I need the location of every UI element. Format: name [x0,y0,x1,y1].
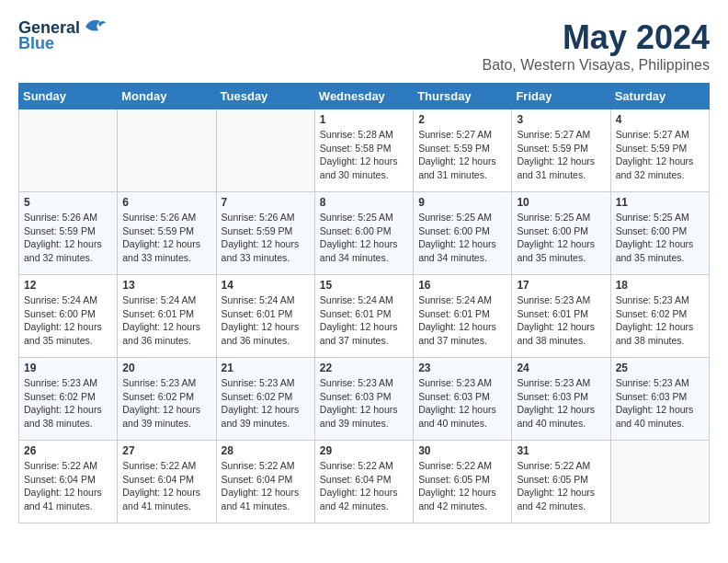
day-info: Sunrise: 5:26 AM Sunset: 5:59 PM Dayligh… [122,211,210,265]
calendar-cell: 11Sunrise: 5:25 AM Sunset: 6:00 PM Dayli… [610,192,709,275]
column-header-thursday: Thursday [414,84,512,109]
calendar-table: SundayMondayTuesdayWednesdayThursdayFrid… [18,83,710,523]
day-number: 14 [222,279,310,292]
calendar-cell: 8Sunrise: 5:25 AM Sunset: 6:00 PM Daylig… [314,192,413,275]
day-info: Sunrise: 5:24 AM Sunset: 6:01 PM Dayligh… [122,293,210,348]
day-number: 8 [320,196,408,209]
calendar-header-row: SundayMondayTuesdayWednesdayThursdayFrid… [19,84,710,109]
day-info: Sunrise: 5:24 AM Sunset: 6:01 PM Dayligh… [418,293,506,348]
calendar-cell: 15Sunrise: 5:24 AM Sunset: 6:01 PM Dayli… [314,275,413,358]
day-number: 6 [122,196,210,209]
day-info: Sunrise: 5:25 AM Sunset: 6:00 PM Dayligh… [418,211,506,265]
day-number: 31 [517,444,605,457]
calendar-cell: 25Sunrise: 5:23 AM Sunset: 6:03 PM Dayli… [610,358,709,441]
calendar-cell: 1Sunrise: 5:28 AM Sunset: 5:58 PM Daylig… [314,109,413,192]
calendar-cell: 9Sunrise: 5:25 AM Sunset: 6:00 PM Daylig… [414,192,512,275]
day-number: 25 [616,362,704,374]
day-number: 9 [418,196,506,209]
day-number: 29 [320,444,408,457]
column-header-sunday: Sunday [19,84,118,109]
calendar-cell: 10Sunrise: 5:25 AM Sunset: 6:00 PM Dayli… [512,192,610,275]
calendar-cell: 5Sunrise: 5:26 AM Sunset: 5:59 PM Daylig… [19,192,118,275]
day-number: 27 [122,444,210,457]
calendar-cell: 7Sunrise: 5:26 AM Sunset: 5:59 PM Daylig… [216,192,314,275]
day-number: 17 [517,279,605,292]
calendar-cell: 21Sunrise: 5:23 AM Sunset: 6:02 PM Dayli… [216,358,314,441]
calendar-cell: 12Sunrise: 5:24 AM Sunset: 6:00 PM Dayli… [19,275,118,358]
day-info: Sunrise: 5:23 AM Sunset: 6:03 PM Dayligh… [616,376,704,431]
title-area: May 2024 Bato, Western Visayas, Philippi… [482,18,710,74]
calendar-cell: 16Sunrise: 5:24 AM Sunset: 6:01 PM Dayli… [414,275,512,358]
calendar-cell: 27Sunrise: 5:22 AM Sunset: 6:04 PM Dayli… [118,441,216,523]
day-number: 24 [517,362,605,374]
calendar-cell: 14Sunrise: 5:24 AM Sunset: 6:01 PM Dayli… [216,275,314,358]
day-info: Sunrise: 5:23 AM Sunset: 6:03 PM Dayligh… [418,376,506,431]
day-info: Sunrise: 5:23 AM Sunset: 6:03 PM Dayligh… [320,376,408,431]
day-info: Sunrise: 5:25 AM Sunset: 6:00 PM Dayligh… [616,211,704,265]
day-info: Sunrise: 5:28 AM Sunset: 5:58 PM Dayligh… [320,128,408,182]
day-info: Sunrise: 5:23 AM Sunset: 6:02 PM Dayligh… [24,376,112,431]
day-info: Sunrise: 5:24 AM Sunset: 6:00 PM Dayligh… [24,293,112,348]
day-info: Sunrise: 5:26 AM Sunset: 5:59 PM Dayligh… [24,211,112,265]
day-info: Sunrise: 5:24 AM Sunset: 6:01 PM Dayligh… [320,293,408,348]
calendar-cell: 29Sunrise: 5:22 AM Sunset: 6:04 PM Dayli… [314,441,413,523]
day-number: 19 [24,362,112,374]
calendar-cell: 28Sunrise: 5:22 AM Sunset: 6:04 PM Dayli… [216,441,314,523]
day-number: 13 [122,279,210,292]
day-number: 2 [418,113,506,126]
day-info: Sunrise: 5:25 AM Sunset: 6:00 PM Dayligh… [517,211,605,265]
location-title: Bato, Western Visayas, Philippines [482,57,710,74]
day-info: Sunrise: 5:23 AM Sunset: 6:03 PM Dayligh… [517,376,605,431]
day-info: Sunrise: 5:23 AM Sunset: 6:02 PM Dayligh… [122,376,210,431]
calendar-cell: 23Sunrise: 5:23 AM Sunset: 6:03 PM Dayli… [414,358,512,441]
month-title: May 2024 [482,18,710,57]
day-info: Sunrise: 5:27 AM Sunset: 5:59 PM Dayligh… [517,128,605,182]
day-info: Sunrise: 5:22 AM Sunset: 6:04 PM Dayligh… [122,459,210,513]
calendar-week-row: 1Sunrise: 5:28 AM Sunset: 5:58 PM Daylig… [19,109,710,192]
logo-blue-text: Blue [18,34,54,53]
day-info: Sunrise: 5:22 AM Sunset: 6:04 PM Dayligh… [320,459,408,513]
calendar-cell: 20Sunrise: 5:23 AM Sunset: 6:02 PM Dayli… [118,358,216,441]
day-number: 1 [320,113,408,126]
day-number: 16 [418,279,506,292]
column-header-monday: Monday [118,84,216,109]
calendar-cell: 13Sunrise: 5:24 AM Sunset: 6:01 PM Dayli… [118,275,216,358]
calendar-cell [610,441,709,523]
column-header-friday: Friday [512,84,610,109]
day-number: 23 [418,362,506,374]
day-info: Sunrise: 5:24 AM Sunset: 6:01 PM Dayligh… [222,293,310,348]
calendar-week-row: 12Sunrise: 5:24 AM Sunset: 6:00 PM Dayli… [19,275,710,358]
calendar-cell [118,109,216,192]
day-info: Sunrise: 5:22 AM Sunset: 6:04 PM Dayligh… [222,459,310,513]
day-info: Sunrise: 5:25 AM Sunset: 6:00 PM Dayligh… [320,211,408,265]
calendar-cell: 19Sunrise: 5:23 AM Sunset: 6:02 PM Dayli… [19,358,118,441]
calendar-week-row: 5Sunrise: 5:26 AM Sunset: 5:59 PM Daylig… [19,192,710,275]
calendar-cell [19,109,118,192]
logo: General Blue [18,18,108,53]
day-info: Sunrise: 5:22 AM Sunset: 6:04 PM Dayligh… [24,459,112,513]
day-number: 28 [222,444,310,457]
day-number: 3 [517,113,605,126]
calendar-cell: 30Sunrise: 5:22 AM Sunset: 6:05 PM Dayli… [414,441,512,523]
day-info: Sunrise: 5:23 AM Sunset: 6:01 PM Dayligh… [517,293,605,348]
calendar-cell: 4Sunrise: 5:27 AM Sunset: 5:59 PM Daylig… [610,109,709,192]
column-header-tuesday: Tuesday [216,84,314,109]
day-info: Sunrise: 5:23 AM Sunset: 6:02 PM Dayligh… [616,293,704,348]
day-number: 12 [24,279,112,292]
calendar-cell [216,109,314,192]
day-number: 11 [616,196,704,209]
day-info: Sunrise: 5:22 AM Sunset: 6:05 PM Dayligh… [418,459,506,513]
calendar-cell: 18Sunrise: 5:23 AM Sunset: 6:02 PM Dayli… [610,275,709,358]
page-header: General Blue May 2024 Bato, Western Visa… [18,18,710,74]
day-number: 10 [517,196,605,209]
calendar-cell: 2Sunrise: 5:27 AM Sunset: 5:59 PM Daylig… [414,109,512,192]
day-info: Sunrise: 5:23 AM Sunset: 6:02 PM Dayligh… [222,376,310,431]
day-info: Sunrise: 5:27 AM Sunset: 5:59 PM Dayligh… [418,128,506,182]
calendar-cell: 26Sunrise: 5:22 AM Sunset: 6:04 PM Dayli… [19,441,118,523]
calendar-cell: 31Sunrise: 5:22 AM Sunset: 6:05 PM Dayli… [512,441,610,523]
day-number: 20 [122,362,210,374]
calendar-week-row: 26Sunrise: 5:22 AM Sunset: 6:04 PM Dayli… [19,441,710,523]
calendar-cell: 17Sunrise: 5:23 AM Sunset: 6:01 PM Dayli… [512,275,610,358]
column-header-saturday: Saturday [610,84,709,109]
day-number: 4 [616,113,704,126]
